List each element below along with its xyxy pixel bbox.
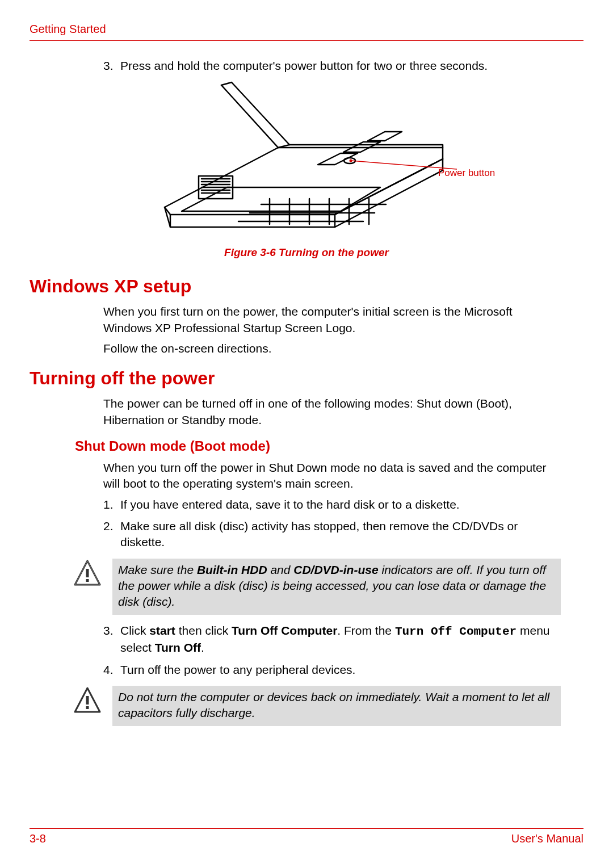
figure-callout-label: Power button — [438, 167, 495, 179]
heading-turning-off-power: Turning off the power — [30, 368, 583, 389]
step-text: Press and hold the computer's power butt… — [120, 58, 488, 74]
header-section-label: Getting Started — [30, 23, 583, 36]
paragraph: The power can be turned off in one of th… — [103, 396, 561, 428]
step-1: 1. If you have entered data, save it to … — [103, 497, 561, 513]
step-text: Turn off the power to any peripheral dev… — [120, 662, 355, 678]
caution-icon — [73, 686, 102, 715]
paragraph: When you first turn on the power, the co… — [103, 304, 561, 336]
caution-callout-1: Make sure the Built-in HDD and CD/DVD-in… — [73, 559, 561, 615]
step-4: 4. Turn off the power to any peripheral … — [103, 662, 561, 678]
heading-windows-xp-setup: Windows XP setup — [30, 276, 583, 297]
svg-rect-3 — [86, 569, 89, 577]
svg-rect-6 — [86, 706, 89, 709]
step-number: 3. — [103, 623, 120, 656]
page-footer: 3-8 User's Manual — [30, 824, 583, 845]
step-number: 4. — [103, 662, 120, 678]
paragraph: When you turn off the power in Shut Down… — [103, 460, 561, 492]
step-3-top: 3. Press and hold the computer's power b… — [103, 58, 561, 74]
page-number: 3-8 — [30, 832, 46, 845]
svg-point-2 — [350, 160, 352, 162]
step-3: 3. Click start then click Turn Off Compu… — [103, 623, 561, 656]
step-number: 3. — [103, 58, 120, 74]
step-text: Click start then click Turn Off Computer… — [120, 623, 561, 656]
figure-wrap: Power button — [30, 79, 583, 241]
caution-callout-2: Do not turn the computer or devices back… — [73, 686, 561, 726]
step-2: 2. Make sure all disk (disc) activity ha… — [103, 518, 561, 551]
svg-rect-5 — [86, 696, 89, 705]
step-text: Make sure all disk (disc) activity has s… — [120, 518, 561, 551]
doc-title: User's Manual — [511, 832, 583, 845]
header-rule — [30, 40, 583, 41]
paragraph: Follow the on-screen directions. — [103, 341, 561, 357]
page: Getting Started 3. Press and hold the co… — [0, 0, 613, 868]
step-text: If you have entered data, save it to the… — [120, 497, 460, 513]
caution-icon — [73, 559, 102, 588]
caution-text: Make sure the Built-in HDD and CD/DVD-in… — [112, 559, 561, 615]
figure-caption: Figure 3-6 Turning on the power — [30, 246, 583, 259]
laptop-power-illustration — [148, 79, 465, 238]
footer-rule — [30, 828, 583, 829]
step-number: 1. — [103, 497, 120, 513]
caution-text: Do not turn the computer or devices back… — [112, 686, 561, 726]
step-number: 2. — [103, 518, 120, 551]
heading-shut-down-mode: Shut Down mode (Boot mode) — [75, 438, 583, 454]
svg-rect-4 — [86, 579, 89, 582]
